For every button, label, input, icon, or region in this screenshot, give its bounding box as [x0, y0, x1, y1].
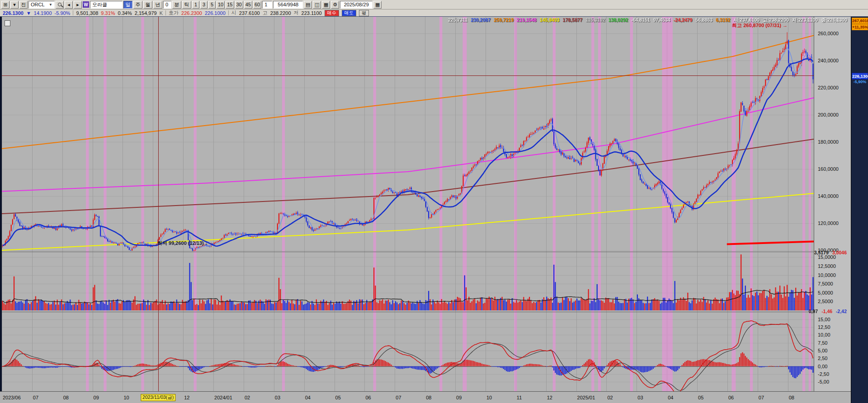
- period-minute-button[interactable]: 분: [172, 1, 181, 9]
- period-week-button[interactable]: 주: [133, 1, 142, 9]
- zero-input[interactable]: 0: [163, 1, 171, 9]
- price-axis-label: 220,0000: [818, 85, 839, 90]
- minute-60-button[interactable]: 60: [253, 1, 261, 9]
- ma-value: -24,2479: [674, 17, 692, 23]
- current-pct-badge: -5,90%: [852, 79, 868, 84]
- price-axis-label: 200,0000: [818, 112, 839, 117]
- turnover-pct: 0.34%: [118, 10, 132, 16]
- down-arrow-icon: ▼: [26, 10, 31, 16]
- time-axis[interactable]: 2023/0607080910122024/010203040506070809…: [0, 391, 851, 403]
- time-axis-label: 2025/01: [577, 395, 595, 400]
- settings-gear-icon[interactable]: ⚙: [331, 1, 339, 9]
- price-chart-canvas[interactable]: [2, 17, 814, 391]
- price-axis[interactable]: 260,0000240,0000220,0000200,0000180,0000…: [814, 17, 851, 391]
- grid-icon[interactable]: ▦: [322, 1, 330, 9]
- volume-ma-value: 3,0046: [832, 250, 847, 255]
- period-month-button[interactable]: 월: [143, 1, 152, 9]
- chart-menu-icon[interactable]: ▾: [10, 1, 19, 9]
- open-price: 237.6100: [239, 10, 260, 16]
- avg-button[interactable]: 평: [359, 10, 369, 16]
- frame-border: [0, 17, 2, 403]
- sell-button[interactable]: 매도: [342, 10, 356, 16]
- macd-axis-label: 0,00: [818, 364, 827, 369]
- price-axis-label: 240,0000: [818, 58, 839, 63]
- time-axis-label: 08: [789, 395, 794, 400]
- time-axis-label: 02: [607, 395, 613, 400]
- trade-value-unit: K: [160, 10, 163, 16]
- count-input[interactable]: 1: [262, 1, 272, 9]
- volume-readout: 3,51793,0046: [814, 250, 847, 255]
- volume-axis-label: 7,5000: [818, 281, 833, 286]
- chart-toolbar: ⊞ ▾ 전 ORCL ▼ ◂ ▸ W 오라클 일 주 월 년 0 분 틱 1 3…: [0, 0, 868, 9]
- prev-symbol-icon[interactable]: ◂: [65, 1, 73, 9]
- symbol-combo[interactable]: ORCL ▼: [28, 1, 55, 9]
- time-axis-label: 2024/01: [214, 395, 232, 400]
- period-tick-button[interactable]: 틱: [182, 1, 191, 9]
- time-axis-label: 06: [728, 395, 734, 400]
- buy-button[interactable]: 매수: [325, 10, 339, 16]
- chevron-down-icon: ▼: [49, 3, 52, 7]
- high-annotation: 최고 260,8700 (07/31) →: [732, 22, 788, 29]
- ma-value: 6,3192: [716, 17, 730, 23]
- search-icon[interactable]: [56, 1, 64, 9]
- volume-axis-label: 15,0000: [818, 254, 836, 260]
- range-high-badge: 267,6010: [852, 18, 868, 24]
- minute-1-button[interactable]: 1: [192, 1, 199, 9]
- time-axis-label: 2023/06: [3, 395, 21, 400]
- market-badge: W: [83, 1, 89, 8]
- macd-axis-label: -2,50: [818, 371, 829, 377]
- window-icon[interactable]: ⊞: [1, 1, 9, 9]
- price-axis-label: 180,0000: [818, 139, 839, 145]
- jeon-button[interactable]: 전: [19, 1, 28, 9]
- time-axis-label: 03: [275, 395, 280, 400]
- macd-value: -2,42: [836, 309, 847, 314]
- time-axis-label: 08: [63, 395, 69, 400]
- candle-counter: 564/9948: [273, 1, 303, 9]
- time-axis-label: 07: [759, 395, 764, 400]
- trade-value: 2,154,979: [135, 10, 157, 16]
- minute-45-button[interactable]: 45: [244, 1, 252, 9]
- volume-axis-label: 2,5000: [818, 299, 833, 304]
- minute-15-button[interactable]: 15: [226, 1, 234, 9]
- period-year-button[interactable]: 년: [153, 1, 162, 9]
- time-axis-label: 11: [517, 395, 522, 400]
- macd-value: 0,97: [809, 309, 818, 314]
- minute-10-button[interactable]: 10: [217, 1, 225, 9]
- macd-axis-label: 5,00: [818, 348, 827, 353]
- price-change-pct: -5.90%: [55, 10, 71, 16]
- macd-axis-label: 15,00: [818, 317, 830, 322]
- minute-30-button[interactable]: 30: [235, 1, 243, 9]
- ma-value: 56,8863: [695, 17, 712, 23]
- layout-icon[interactable]: ◫: [313, 1, 321, 9]
- time-axis-label: 12: [547, 395, 552, 400]
- calendar-icon[interactable]: ▦: [373, 1, 382, 9]
- minute-3-button[interactable]: 3: [200, 1, 208, 9]
- crosshair-date-label: 2023/11/03(금): [141, 394, 175, 401]
- volume-axis-label: 5,0000: [818, 290, 833, 295]
- macd-readout: 0,97-1,46-2,42: [809, 309, 847, 314]
- time-axis-label: 05: [335, 395, 341, 400]
- period-day-button[interactable]: 일: [123, 1, 132, 9]
- quote-bar: 226.1300 ▼ 14.1900 -5.90% 9,501,308 9.31…: [0, 9, 868, 17]
- price-change: 14.1900: [34, 10, 52, 16]
- next-symbol-icon[interactable]: ▸: [74, 1, 82, 9]
- ma-value: 97,4534: [653, 17, 670, 23]
- volume-value: 9,501,308: [76, 10, 98, 16]
- macd-axis-label: 2,50: [818, 356, 827, 361]
- macd-axis-label: -5,00: [818, 379, 829, 384]
- open-label: 시: [231, 9, 236, 16]
- ma-value: -64,8151: [631, 17, 650, 23]
- symbol-name-field[interactable]: 오라클: [90, 1, 123, 9]
- bid-price: 226.1000: [205, 10, 226, 16]
- price-axis-label: 160,0000: [818, 166, 839, 172]
- date-display[interactable]: 2025/08/29: [340, 1, 373, 9]
- low-annotation: 최저 99,2600 (12/13) ↓: [157, 240, 208, 247]
- minute-5-button[interactable]: 5: [208, 1, 216, 9]
- time-axis-label: 10: [486, 395, 492, 400]
- ma-value: 115,3192: [585, 17, 605, 23]
- high-label: 고: [263, 9, 268, 16]
- print-icon[interactable]: ▤: [304, 1, 312, 9]
- chart-tools-button[interactable]: [5, 20, 10, 26]
- symbol-code: ORCL: [31, 2, 45, 7]
- trading-chart-window: ⊞ ▾ 전 ORCL ▼ ◂ ▸ W 오라클 일 주 월 년 0 분 틱 1 3…: [0, 0, 868, 403]
